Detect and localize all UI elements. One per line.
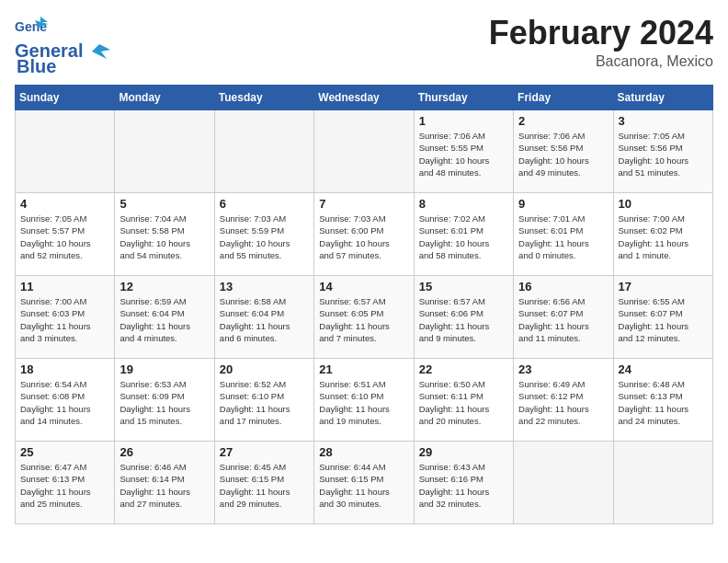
day-number: 13	[220, 280, 309, 293]
day-number: 10	[619, 197, 708, 211]
calendar-cell	[16, 110, 115, 193]
calendar-cell: 17Sunrise: 6:55 AMSunset: 6:07 PMDayligh…	[613, 276, 712, 359]
day-number: 22	[419, 362, 508, 376]
calendar-cell: 5Sunrise: 7:04 AMSunset: 5:58 PMDaylight…	[115, 193, 214, 276]
calendar-cell: 23Sunrise: 6:49 AMSunset: 6:12 PMDayligh…	[514, 359, 613, 442]
day-number: 4	[20, 197, 109, 211]
calendar-cell: 20Sunrise: 6:52 AMSunset: 6:10 PMDayligh…	[214, 359, 313, 442]
day-info: Sunrise: 7:01 AMSunset: 6:01 PMDaylight:…	[518, 213, 608, 261]
weekday-header-thursday: Thursday	[414, 86, 513, 110]
page-header: General General Blue February 2024 Bacan…	[15, 15, 713, 77]
logo: General General Blue	[15, 15, 110, 77]
day-number: 18	[20, 362, 109, 376]
weekday-header-monday: Monday	[115, 86, 214, 110]
calendar-week-row: 11Sunrise: 7:00 AMSunset: 6:03 PMDayligh…	[16, 276, 713, 359]
weekday-header-tuesday: Tuesday	[214, 86, 313, 110]
calendar-cell: 29Sunrise: 6:43 AMSunset: 6:16 PMDayligh…	[414, 442, 513, 524]
day-number: 2	[518, 114, 608, 128]
calendar-cell: 14Sunrise: 6:57 AMSunset: 6:05 PMDayligh…	[314, 276, 414, 359]
calendar-cell: 11Sunrise: 7:00 AMSunset: 6:03 PMDayligh…	[16, 276, 115, 359]
calendar-week-row: 4Sunrise: 7:05 AMSunset: 5:57 PMDaylight…	[16, 193, 713, 276]
calendar-cell: 10Sunrise: 7:00 AMSunset: 6:02 PMDayligh…	[613, 193, 712, 276]
location: Bacanora, Mexico	[489, 53, 713, 70]
day-number: 26	[119, 445, 209, 459]
calendar-cell: 27Sunrise: 6:45 AMSunset: 6:15 PMDayligh…	[214, 442, 313, 524]
day-info: Sunrise: 7:04 AMSunset: 5:58 PMDaylight:…	[119, 213, 209, 261]
calendar-week-row: 1Sunrise: 7:06 AMSunset: 5:55 PMDaylight…	[16, 110, 713, 193]
day-number: 19	[119, 362, 209, 376]
month-title: February 2024	[489, 15, 713, 52]
day-number: 9	[518, 197, 608, 211]
day-info: Sunrise: 6:57 AMSunset: 6:05 PMDaylight:…	[319, 295, 408, 344]
day-info: Sunrise: 6:49 AMSunset: 6:12 PMDaylight:…	[518, 378, 608, 427]
weekday-header-wednesday: Wednesday	[314, 86, 414, 110]
day-number: 5	[119, 197, 209, 211]
calendar-cell: 6Sunrise: 7:03 AMSunset: 5:59 PMDaylight…	[214, 193, 313, 276]
calendar-cell: 8Sunrise: 7:02 AMSunset: 6:01 PMDaylight…	[414, 193, 513, 276]
calendar-cell	[613, 442, 712, 524]
day-info: Sunrise: 7:06 AMSunset: 5:55 PMDaylight:…	[419, 130, 508, 178]
calendar-cell	[214, 110, 313, 193]
calendar-cell: 26Sunrise: 6:46 AMSunset: 6:14 PMDayligh…	[115, 442, 214, 524]
day-info: Sunrise: 6:59 AMSunset: 6:04 PMDaylight:…	[119, 295, 209, 344]
calendar-cell: 12Sunrise: 6:59 AMSunset: 6:04 PMDayligh…	[115, 276, 214, 359]
calendar-cell: 25Sunrise: 6:47 AMSunset: 6:13 PMDayligh…	[16, 442, 115, 524]
day-number: 6	[220, 197, 309, 211]
calendar-cell: 13Sunrise: 6:58 AMSunset: 6:04 PMDayligh…	[214, 276, 313, 359]
day-number: 3	[619, 114, 708, 128]
calendar-cell: 9Sunrise: 7:01 AMSunset: 6:01 PMDaylight…	[514, 193, 613, 276]
day-number: 27	[220, 445, 309, 459]
day-info: Sunrise: 6:58 AMSunset: 6:04 PMDaylight:…	[220, 295, 309, 344]
day-number: 17	[619, 280, 708, 293]
day-info: Sunrise: 7:00 AMSunset: 6:03 PMDaylight:…	[20, 295, 109, 344]
day-info: Sunrise: 7:03 AMSunset: 6:00 PMDaylight:…	[319, 213, 408, 261]
day-info: Sunrise: 6:56 AMSunset: 6:07 PMDaylight:…	[518, 295, 608, 344]
day-info: Sunrise: 6:48 AMSunset: 6:13 PMDaylight:…	[619, 378, 708, 427]
day-number: 14	[319, 280, 408, 293]
day-info: Sunrise: 6:43 AMSunset: 6:16 PMDaylight:…	[419, 461, 508, 510]
day-info: Sunrise: 6:46 AMSunset: 6:14 PMDaylight:…	[119, 461, 209, 510]
day-info: Sunrise: 6:51 AMSunset: 6:10 PMDaylight:…	[319, 378, 408, 427]
calendar-cell: 28Sunrise: 6:44 AMSunset: 6:15 PMDayligh…	[314, 442, 414, 524]
day-number: 7	[319, 197, 408, 211]
weekday-header-row: SundayMondayTuesdayWednesdayThursdayFrid…	[16, 86, 713, 110]
calendar-cell	[514, 442, 613, 524]
calendar-cell: 2Sunrise: 7:06 AMSunset: 5:56 PMDaylight…	[514, 110, 613, 193]
day-number: 21	[319, 362, 408, 376]
calendar-table: SundayMondayTuesdayWednesdayThursdayFrid…	[15, 85, 713, 524]
calendar-cell	[314, 110, 414, 193]
calendar-cell: 15Sunrise: 6:57 AMSunset: 6:06 PMDayligh…	[414, 276, 513, 359]
day-number: 12	[119, 280, 209, 293]
calendar-cell: 7Sunrise: 7:03 AMSunset: 6:00 PMDaylight…	[314, 193, 414, 276]
calendar-cell: 1Sunrise: 7:06 AMSunset: 5:55 PMDaylight…	[414, 110, 513, 193]
logo-icon: General	[15, 15, 48, 40]
calendar-cell: 22Sunrise: 6:50 AMSunset: 6:11 PMDayligh…	[414, 359, 513, 442]
day-number: 20	[220, 362, 309, 376]
day-info: Sunrise: 7:05 AMSunset: 5:57 PMDaylight:…	[20, 213, 109, 261]
day-number: 28	[319, 445, 408, 459]
day-number: 25	[20, 445, 109, 459]
day-info: Sunrise: 6:45 AMSunset: 6:15 PMDaylight:…	[220, 461, 309, 510]
day-number: 1	[419, 114, 508, 128]
weekday-header-friday: Friday	[514, 86, 613, 110]
calendar-week-row: 18Sunrise: 6:54 AMSunset: 6:08 PMDayligh…	[16, 359, 713, 442]
day-number: 24	[619, 362, 708, 376]
calendar-cell: 19Sunrise: 6:53 AMSunset: 6:09 PMDayligh…	[115, 359, 214, 442]
day-info: Sunrise: 7:03 AMSunset: 5:59 PMDaylight:…	[220, 213, 309, 261]
day-info: Sunrise: 6:44 AMSunset: 6:15 PMDaylight:…	[319, 461, 408, 510]
calendar-cell: 3Sunrise: 7:05 AMSunset: 5:56 PMDaylight…	[613, 110, 712, 193]
day-info: Sunrise: 6:47 AMSunset: 6:13 PMDaylight:…	[20, 461, 109, 510]
day-info: Sunrise: 6:50 AMSunset: 6:11 PMDaylight:…	[419, 378, 508, 427]
calendar-cell: 24Sunrise: 6:48 AMSunset: 6:13 PMDayligh…	[613, 359, 712, 442]
day-info: Sunrise: 7:00 AMSunset: 6:02 PMDaylight:…	[619, 213, 708, 261]
logo-bird-shape	[83, 42, 110, 61]
calendar-cell	[115, 110, 214, 193]
weekday-header-sunday: Sunday	[16, 86, 115, 110]
weekday-header-saturday: Saturday	[613, 86, 712, 110]
day-info: Sunrise: 7:05 AMSunset: 5:56 PMDaylight:…	[619, 130, 708, 178]
day-number: 11	[20, 280, 109, 293]
calendar-cell: 18Sunrise: 6:54 AMSunset: 6:08 PMDayligh…	[16, 359, 115, 442]
title-area: February 2024 Bacanora, Mexico	[489, 15, 713, 70]
day-info: Sunrise: 6:55 AMSunset: 6:07 PMDaylight:…	[619, 295, 708, 344]
day-info: Sunrise: 6:53 AMSunset: 6:09 PMDaylight:…	[119, 378, 209, 427]
